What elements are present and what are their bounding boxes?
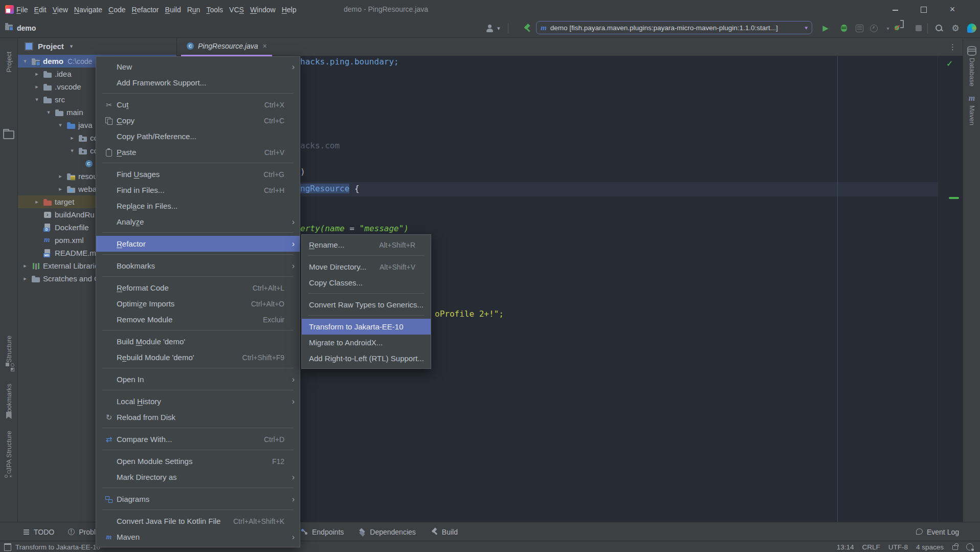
minimize-button[interactable]	[886, 0, 904, 19]
tree-chevron-icon[interactable]: ▾	[21, 58, 29, 64]
menu-vcs[interactable]: VCS	[229, 6, 244, 14]
settings-gear-icon[interactable]: ⚙	[950, 19, 961, 37]
tab-options-icon[interactable]: ⋮	[949, 37, 956, 56]
context-menu-item-cut[interactable]: Cut Ctrl+X ›	[96, 97, 300, 113]
structure-icon[interactable]	[0, 364, 17, 366]
context-menu-item-build-module-demo[interactable]: Build Module 'demo' ›	[96, 334, 300, 349]
tool-button-structure[interactable]: Structure	[0, 336, 17, 363]
maximize-button[interactable]	[915, 0, 932, 19]
menu-navigate[interactable]: Navigate	[74, 6, 102, 14]
context-menu-item-rebuild-module-demo[interactable]: Rebuild Module 'demo' Ctrl+Shift+F9 ›	[96, 349, 300, 365]
tree-chevron-icon[interactable]: ▸	[21, 275, 29, 282]
tree-chevron-icon[interactable]: ▾	[57, 122, 64, 128]
menu-code[interactable]: Code	[108, 6, 125, 14]
context-menu-item-new[interactable]: New ›	[96, 59, 300, 75]
tool-button-todo[interactable]: TODO	[23, 528, 54, 536]
submenu-item-convert-raw-types-to-generics[interactable]: Convert Raw Types to Generics... ›	[302, 297, 431, 313]
tab-close-icon[interactable]: ×	[263, 42, 267, 50]
tool-button-build[interactable]: Build	[431, 528, 458, 536]
build-project-button[interactable]	[523, 19, 532, 37]
encoding[interactable]: UTF-8	[888, 543, 908, 551]
project-panel-header[interactable]: Project ▾	[17, 37, 176, 55]
caret-position[interactable]: 13:14	[837, 543, 854, 551]
context-menu-item-convert-java-file-to-kotlin-file[interactable]: Convert Java File to Kotlin File Ctrl+Al…	[96, 513, 300, 529]
close-button[interactable]: ×	[944, 0, 961, 19]
submenu-item-rename[interactable]: Rename... Alt+Shift+R ›	[302, 237, 431, 253]
submenu-item-add-right-to-left-rtl-support[interactable]: Add Right-to-Left (RTL) Support... ›	[302, 350, 431, 366]
maven-tool-icon[interactable]: m	[963, 94, 980, 103]
context-menu-item-reformat-code[interactable]: Reformat Code Ctrl+Alt+L ›	[96, 280, 300, 296]
context-menu-item-local-history[interactable]: Local History ›	[96, 393, 300, 409]
tree-chevron-icon[interactable]: ▸	[33, 71, 40, 77]
submenu-item-transform-to-jakarta-ee-10[interactable]: Transform to Jakarta-EE-10 ›	[302, 319, 431, 335]
context-menu-item-refactor[interactable]: Refactor ›	[96, 236, 300, 252]
run-config-caret-icon[interactable]: ▾	[805, 25, 808, 31]
error-stripe-mark[interactable]	[949, 197, 959, 199]
coverage-button[interactable]	[854, 19, 864, 37]
submenu-item-copy-classes[interactable]: Copy Classes... ›	[302, 275, 431, 291]
highlighting-level-icon[interactable]	[966, 543, 974, 551]
profiler-caret-icon[interactable]: ▾	[883, 19, 893, 37]
bookmark-icon[interactable]	[0, 412, 17, 419]
tree-chevron-icon[interactable]: ▸	[33, 83, 40, 90]
user-icon[interactable]	[486, 19, 494, 37]
menu-edit[interactable]: Edit	[34, 6, 47, 14]
tree-chevron-icon[interactable]: ▸	[33, 198, 40, 205]
lock-icon[interactable]	[952, 543, 958, 550]
tree-chevron-icon[interactable]: ▸	[57, 173, 64, 180]
menu-view[interactable]: View	[53, 6, 68, 14]
search-everywhere-button[interactable]	[934, 19, 944, 37]
jpa-structure-icon[interactable]	[0, 470, 17, 478]
menu-run[interactable]: Run	[187, 6, 201, 14]
context-menu-item-add-framework-support[interactable]: Add Framework Support... ›	[96, 75, 300, 91]
tree-chevron-icon[interactable]: ▸	[57, 186, 64, 192]
run-configuration-select[interactable]: m demo [fish.payara.maven.plugins:payara…	[536, 21, 812, 34]
tree-chevron-icon[interactable]: ▸	[21, 262, 29, 269]
tool-button-event-log[interactable]: Event Log	[916, 528, 959, 536]
context-menu-item-replace-in-files[interactable]: Replace in Files... ›	[96, 198, 300, 214]
folder-tool-icon[interactable]	[0, 130, 17, 139]
user-caret-icon[interactable]: ▾	[497, 19, 500, 37]
menu-build[interactable]: Build	[165, 6, 181, 14]
context-menu-item-reload-from-disk[interactable]: Reload from Disk ›	[96, 409, 300, 425]
profiler-button[interactable]	[868, 19, 879, 37]
tree-chevron-icon[interactable]: ▸	[69, 135, 76, 141]
menu-window[interactable]: Window	[250, 6, 276, 14]
indent-setting[interactable]: 4 spaces	[916, 543, 944, 551]
menu-file[interactable]: File	[16, 6, 28, 14]
context-menu-item-mark-directory-as[interactable]: Mark Directory as ›	[96, 469, 300, 485]
tool-button-dependencies[interactable]: Dependencies	[359, 528, 416, 536]
submenu-item-migrate-to-androidx[interactable]: Migrate to AndroidX... ›	[302, 335, 431, 350]
payara-plugin-icon[interactable]	[967, 19, 977, 37]
line-ending[interactable]: CRLF	[862, 543, 880, 551]
debug-button[interactable]	[839, 19, 849, 37]
tree-chevron-icon[interactable]: ▾	[33, 96, 40, 103]
context-menu-item-find-in-files[interactable]: Find in Files... Ctrl+H ›	[96, 182, 300, 198]
tool-button-jpa-structure[interactable]: JPA Structure	[0, 431, 17, 471]
context-menu-item-compare-with[interactable]: Compare With... Ctrl+D ›	[96, 431, 300, 447]
run-button[interactable]: ▶	[820, 19, 831, 37]
tree-chevron-icon[interactable]: ▾	[69, 147, 76, 154]
menu-tools[interactable]: Tools	[206, 6, 223, 14]
context-menu-item-open-module-settings[interactable]: Open Module Settings F12 ›	[96, 453, 300, 469]
toolbar-project-name[interactable]: demo	[17, 19, 36, 37]
context-menu-item-paste[interactable]: Paste Ctrl+V ›	[96, 144, 300, 160]
submenu-item-move-directory[interactable]: Move Directory... Alt+Shift+V ›	[302, 259, 431, 275]
tab-pingresource-java[interactable]: PingResource.java ×	[181, 37, 272, 56]
menu-refactor[interactable]: Refactor	[132, 6, 159, 14]
context-menu-item-optimize-imports[interactable]: Optimize Imports Ctrl+Alt+O ›	[96, 296, 300, 312]
context-menu-item-copy[interactable]: Copy Ctrl+C ›	[96, 113, 300, 128]
context-menu-item-analyze[interactable]: Analyze ›	[96, 214, 300, 230]
context-menu-item-remove-module[interactable]: Remove Module Excluir ›	[96, 312, 300, 327]
context-menu-item-diagrams[interactable]: Diagrams ›	[96, 491, 300, 507]
tool-button-database[interactable]: Database	[963, 58, 980, 86]
tree-chevron-icon[interactable]: ▾	[45, 109, 52, 116]
context-menu-item-bookmarks[interactable]: Bookmarks ›	[96, 258, 300, 274]
tool-button-project[interactable]: Project	[0, 52, 17, 72]
tool-button-maven[interactable]: Maven	[963, 105, 980, 125]
database-icon[interactable]	[963, 46, 980, 56]
menu-help[interactable]: Help	[282, 6, 297, 14]
attach-debugger-button[interactable]	[894, 19, 904, 37]
context-menu-item-find-usages[interactable]: Find Usages Ctrl+G ›	[96, 166, 300, 182]
tool-button-endpoints[interactable]: Endpoints	[301, 528, 344, 536]
